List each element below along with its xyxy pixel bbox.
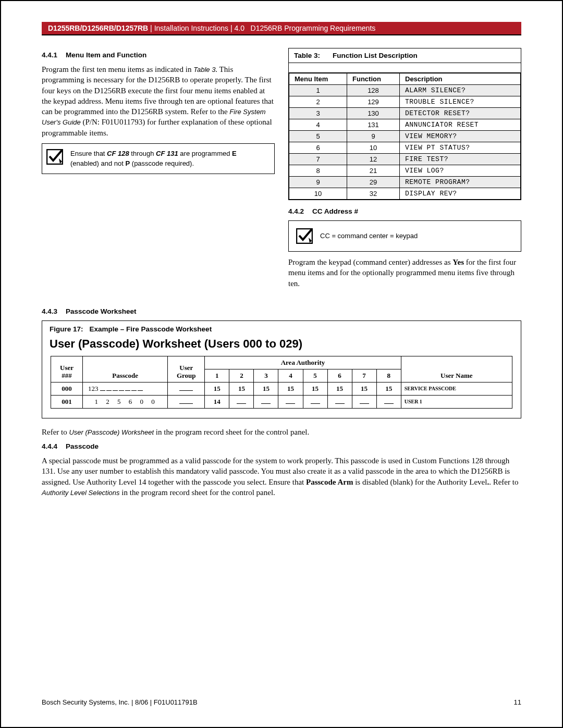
header-sec-title: D1256RB Programming Requirements xyxy=(251,24,376,32)
table3-row: 1032DISPLAY REV? xyxy=(289,188,521,200)
heading-title: Passcode xyxy=(66,442,99,450)
table3-cell: 5 xyxy=(289,131,347,142)
ws-area-col: 7 xyxy=(352,369,376,382)
table3-cell: 21 xyxy=(347,165,400,177)
table3-cell: DETECTOR RESET? xyxy=(400,108,521,119)
table3-row: 610VIEW PT STATUS? xyxy=(289,142,521,154)
table3-cell: REMOTE PROGRAM? xyxy=(400,177,521,188)
ws-area-cell: 15 xyxy=(278,382,303,395)
ws-area-col: 8 xyxy=(376,369,401,382)
table3-cell: 6 xyxy=(289,142,347,154)
t3-h2: Function xyxy=(347,73,400,85)
t3-h1: Menu Item xyxy=(289,73,347,85)
ws-h-group: User Group xyxy=(168,356,205,382)
para-4-4-2: Program the keypad (command center) addr… xyxy=(288,257,521,289)
ws-area-col: 2 xyxy=(229,369,254,382)
heading-4-4-2: 4.4.2CC Address # xyxy=(288,207,521,215)
ws-area-cell xyxy=(254,395,278,408)
table3-cell: 131 xyxy=(347,119,400,131)
note-text: Ensure that CF 128 through CF 131 are pr… xyxy=(70,149,267,169)
ws-passcode-cell: 123 xyxy=(83,382,168,395)
footer-left: Bosch Security Systems, Inc. | 8/06 | F0… xyxy=(42,698,198,706)
table3: Menu Item Function Description 1128ALARM… xyxy=(289,73,521,200)
table3-container: Table 3:Function List Description Menu I… xyxy=(288,48,521,200)
ws-area-cell xyxy=(352,395,376,408)
table3-row: 2129TROUBLE SILENCE? xyxy=(289,96,521,108)
table3-row: 59VIEW MEMORY? xyxy=(289,131,521,142)
header-models: D1255RB/D1256RB/D1257RB xyxy=(48,24,148,32)
table3-cell: 129 xyxy=(347,96,400,108)
svg-marker-3 xyxy=(309,238,312,243)
ws-area-cell xyxy=(278,395,303,408)
ws-area-cell: 15 xyxy=(352,382,376,395)
table3-cell: 10 xyxy=(347,142,400,154)
note-box-cc: CC = command center = keypad xyxy=(288,220,521,252)
ws-area-cell xyxy=(327,395,352,408)
ws-area-cell: 15 xyxy=(327,382,352,395)
header-doc-type: Installation Instructions xyxy=(154,24,228,32)
table3-row: 821VIEW LOG? xyxy=(289,165,521,177)
table3-row: 3130DETECTOR RESET? xyxy=(289,108,521,119)
ws-area-cell: 15 xyxy=(254,382,278,395)
header-sep1: | xyxy=(148,24,154,32)
table3-cell: 128 xyxy=(347,85,400,96)
table3-cell: 32 xyxy=(347,188,400,200)
ws-row: 000123 1515151515151515SERVICE PASSCODE xyxy=(51,382,512,395)
heading-num: 4.4.4 xyxy=(42,442,57,450)
ws-area-cell: 14 xyxy=(205,395,229,408)
ws-username-cell: SERVICE PASSCODE xyxy=(401,382,512,395)
ws-user-cell: 000 xyxy=(51,382,83,395)
heading-4-4-1: 4.4.1Menu Item and Function xyxy=(42,51,275,59)
right-column: Table 3:Function List Description Menu I… xyxy=(288,48,521,294)
worksheet-table: User ### Passcode User Group Area Author… xyxy=(51,356,512,409)
t3-h3: Description xyxy=(400,73,521,85)
table3-cell: 9 xyxy=(347,131,400,142)
heading-title: Passcode Worksheet xyxy=(66,307,137,315)
heading-4-4-4: 4.4.4Passcode xyxy=(42,442,521,450)
ws-h-area: Area Authority xyxy=(205,356,401,369)
footer-page-number: 11 xyxy=(514,698,521,706)
table3-cell: 2 xyxy=(289,96,347,108)
ws-area-cell xyxy=(229,395,254,408)
note-text-cc: CC = command center = keypad xyxy=(320,231,418,241)
ws-user-cell: 001 xyxy=(51,395,83,408)
table3-cell: VIEW MEMORY? xyxy=(400,131,521,142)
two-column-layout: 4.4.1Menu Item and Function Program the … xyxy=(42,48,521,294)
figure-17: Figure 17:Example – Fire Passcode Worksh… xyxy=(42,320,521,418)
ws-area-cell: 15 xyxy=(229,382,254,395)
table3-cell: TROUBLE SILENCE? xyxy=(400,96,521,108)
table3-cell: 10 xyxy=(289,188,347,200)
figure-17-caption: Figure 17:Example – Fire Passcode Worksh… xyxy=(50,325,516,333)
heading-num: 4.4.3 xyxy=(42,307,57,315)
ws-passcode-cell: 1 2 5 6 0 0 xyxy=(83,395,168,408)
table3-cell: 9 xyxy=(289,177,347,188)
table3-cell: ALARM SILENCE? xyxy=(400,85,521,96)
heading-num: 4.4.1 xyxy=(42,51,57,59)
ws-area-col: 1 xyxy=(205,369,229,382)
ws-area-cell: 15 xyxy=(376,382,401,395)
table3-spacer xyxy=(289,63,521,73)
table3-cell: VIEW PT STATUS? xyxy=(400,142,521,154)
heading-title: CC Address # xyxy=(312,207,358,215)
ws-area-col: 4 xyxy=(278,369,303,382)
ws-h-user: User ### xyxy=(51,356,83,382)
table3-cell: 7 xyxy=(289,154,347,165)
ws-group-cell xyxy=(168,382,205,395)
svg-marker-1 xyxy=(59,158,62,164)
table3-cell: 3 xyxy=(289,108,347,119)
worksheet-title: User (Passcode) Worksheet (Users 000 to … xyxy=(50,337,516,351)
table3-cell: FIRE TEST? xyxy=(400,154,521,165)
table3-cell: 12 xyxy=(347,154,400,165)
table3-row: 929REMOTE PROGRAM? xyxy=(289,177,521,188)
para-after-fig: Refer to User (Passcode) Worksheet in th… xyxy=(42,427,521,437)
checkbox-pencil-icon xyxy=(46,149,63,165)
table3-row: 712FIRE TEST? xyxy=(289,154,521,165)
table3-cell: ANNUNCIATOR RESET xyxy=(400,119,521,131)
page: D1255RB/D1256RB/D1257RB | Installation I… xyxy=(0,0,563,728)
para-4-4-4: A special passcode must be programmed as… xyxy=(42,455,521,498)
ws-area-cell xyxy=(303,395,327,408)
ws-area-cell xyxy=(376,395,401,408)
ws-h-passcode: Passcode xyxy=(83,356,168,382)
note-box-cf: Ensure that CF 128 through CF 131 are pr… xyxy=(42,143,275,175)
header-sep2: | xyxy=(228,24,234,32)
